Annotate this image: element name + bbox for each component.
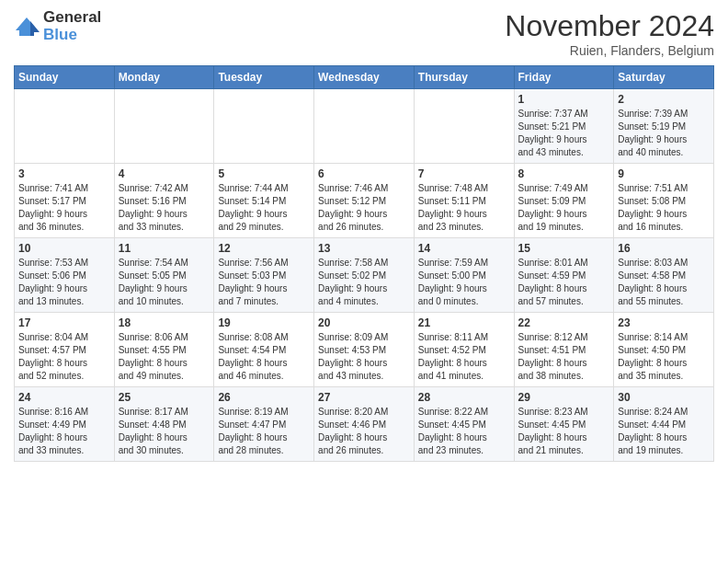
- day-info: Sunrise: 7:37 AM Sunset: 5:21 PM Dayligh…: [518, 108, 610, 159]
- day-number: 9: [618, 167, 710, 180]
- day-info: Sunrise: 7:46 AM Sunset: 5:12 PM Dayligh…: [318, 182, 410, 234]
- day-number: 30: [618, 391, 710, 404]
- day-info: Sunrise: 7:44 AM Sunset: 5:14 PM Dayligh…: [218, 182, 310, 234]
- day-info: Sunrise: 7:54 AM Sunset: 5:05 PM Dayligh…: [119, 257, 210, 308]
- day-number: 26: [218, 391, 310, 404]
- day-info: Sunrise: 7:51 AM Sunset: 5:08 PM Dayligh…: [618, 182, 710, 234]
- day-info: Sunrise: 8:04 AM Sunset: 4:57 PM Dayligh…: [18, 331, 110, 383]
- day-number: 24: [18, 391, 110, 404]
- day-info: Sunrise: 7:42 AM Sunset: 5:16 PM Dayligh…: [119, 182, 210, 234]
- day-number: 13: [318, 242, 410, 255]
- calendar-cell: 29Sunrise: 8:23 AM Sunset: 4:45 PM Dayli…: [514, 387, 614, 462]
- day-info: Sunrise: 8:19 AM Sunset: 4:47 PM Dayligh…: [218, 406, 310, 457]
- calendar-cell: 16Sunrise: 8:03 AM Sunset: 4:58 PM Dayli…: [614, 238, 714, 313]
- day-number: 28: [418, 391, 510, 404]
- calendar-cell: 7Sunrise: 7:48 AM Sunset: 5:11 PM Daylig…: [414, 164, 514, 238]
- day-number: 10: [18, 242, 110, 255]
- calendar-cell: 18Sunrise: 8:06 AM Sunset: 4:55 PM Dayli…: [114, 313, 214, 387]
- calendar-cell: [15, 89, 115, 164]
- calendar-cell: 28Sunrise: 8:22 AM Sunset: 4:45 PM Dayli…: [414, 387, 514, 462]
- calendar-cell: [114, 89, 214, 164]
- day-info: Sunrise: 8:03 AM Sunset: 4:58 PM Dayligh…: [618, 257, 710, 308]
- calendar-cell: 17Sunrise: 8:04 AM Sunset: 4:57 PM Dayli…: [15, 313, 115, 387]
- calendar-cell: 19Sunrise: 8:08 AM Sunset: 4:54 PM Dayli…: [214, 313, 314, 387]
- day-info: Sunrise: 8:11 AM Sunset: 4:52 PM Dayligh…: [418, 331, 510, 383]
- day-info: Sunrise: 7:48 AM Sunset: 5:11 PM Dayligh…: [418, 182, 510, 234]
- calendar-cell: 22Sunrise: 8:12 AM Sunset: 4:51 PM Dayli…: [514, 313, 614, 387]
- day-number: 5: [218, 167, 310, 180]
- day-info: Sunrise: 8:01 AM Sunset: 4:59 PM Dayligh…: [518, 257, 610, 308]
- calendar-cell: 3Sunrise: 7:41 AM Sunset: 5:17 PM Daylig…: [15, 164, 115, 238]
- calendar-cell: 1Sunrise: 7:37 AM Sunset: 5:21 PM Daylig…: [514, 89, 614, 164]
- calendar-body: 1Sunrise: 7:37 AM Sunset: 5:21 PM Daylig…: [15, 89, 714, 462]
- day-number: 22: [518, 316, 610, 329]
- day-number: 17: [18, 316, 110, 329]
- day-number: 23: [618, 316, 710, 329]
- day-number: 11: [119, 242, 210, 255]
- day-info: Sunrise: 7:59 AM Sunset: 5:00 PM Dayligh…: [418, 257, 510, 308]
- calendar-cell: 15Sunrise: 8:01 AM Sunset: 4:59 PM Dayli…: [514, 238, 614, 313]
- calendar-cell: 12Sunrise: 7:56 AM Sunset: 5:03 PM Dayli…: [214, 238, 314, 313]
- day-info: Sunrise: 8:17 AM Sunset: 4:48 PM Dayligh…: [119, 406, 210, 457]
- calendar-week-4: 24Sunrise: 8:16 AM Sunset: 4:49 PM Dayli…: [15, 387, 714, 462]
- calendar-cell: 14Sunrise: 7:59 AM Sunset: 5:00 PM Dayli…: [414, 238, 514, 313]
- day-number: 15: [518, 242, 610, 255]
- day-info: Sunrise: 8:23 AM Sunset: 4:45 PM Dayligh…: [518, 406, 610, 457]
- day-number: 21: [418, 316, 510, 329]
- day-info: Sunrise: 7:39 AM Sunset: 5:19 PM Dayligh…: [618, 108, 710, 159]
- day-number: 2: [618, 93, 710, 106]
- day-number: 7: [418, 167, 510, 180]
- header-sunday: Sunday: [15, 66, 115, 89]
- day-number: 8: [518, 167, 610, 180]
- day-info: Sunrise: 7:41 AM Sunset: 5:17 PM Dayligh…: [18, 182, 110, 234]
- day-info: Sunrise: 7:53 AM Sunset: 5:06 PM Dayligh…: [18, 257, 110, 308]
- day-info: Sunrise: 8:12 AM Sunset: 4:51 PM Dayligh…: [518, 331, 610, 383]
- calendar-cell: 8Sunrise: 7:49 AM Sunset: 5:09 PM Daylig…: [514, 164, 614, 238]
- day-info: Sunrise: 7:56 AM Sunset: 5:03 PM Dayligh…: [218, 257, 310, 308]
- day-info: Sunrise: 8:06 AM Sunset: 4:55 PM Dayligh…: [119, 331, 210, 383]
- header-friday: Friday: [514, 66, 614, 89]
- day-info: Sunrise: 8:16 AM Sunset: 4:49 PM Dayligh…: [18, 406, 110, 457]
- day-info: Sunrise: 8:20 AM Sunset: 4:46 PM Dayligh…: [318, 406, 410, 457]
- page-container: General Blue November 2024 Ruien, Flande…: [0, 0, 728, 466]
- calendar-cell: [414, 89, 514, 164]
- day-number: 19: [218, 316, 310, 329]
- day-number: 1: [518, 93, 610, 106]
- calendar-cell: 27Sunrise: 8:20 AM Sunset: 4:46 PM Dayli…: [314, 387, 415, 462]
- calendar-week-3: 17Sunrise: 8:04 AM Sunset: 4:57 PM Dayli…: [15, 313, 714, 387]
- header-wednesday: Wednesday: [314, 66, 415, 89]
- day-info: Sunrise: 8:08 AM Sunset: 4:54 PM Dayligh…: [218, 331, 310, 383]
- logo-icon: [14, 14, 40, 40]
- calendar-week-0: 1Sunrise: 7:37 AM Sunset: 5:21 PM Daylig…: [15, 89, 714, 164]
- location: Ruien, Flanders, Belgium: [505, 43, 714, 58]
- calendar-cell: 24Sunrise: 8:16 AM Sunset: 4:49 PM Dayli…: [15, 387, 115, 462]
- calendar-cell: 6Sunrise: 7:46 AM Sunset: 5:12 PM Daylig…: [314, 164, 415, 238]
- day-number: 27: [318, 391, 410, 404]
- day-number: 18: [119, 316, 210, 329]
- day-info: Sunrise: 7:58 AM Sunset: 5:02 PM Dayligh…: [318, 257, 410, 308]
- day-number: 14: [418, 242, 510, 255]
- day-number: 29: [518, 391, 610, 404]
- calendar-cell: 9Sunrise: 7:51 AM Sunset: 5:08 PM Daylig…: [614, 164, 714, 238]
- day-number: 3: [18, 167, 110, 180]
- calendar-cell: 21Sunrise: 8:11 AM Sunset: 4:52 PM Dayli…: [414, 313, 514, 387]
- title-area: November 2024 Ruien, Flanders, Belgium: [505, 9, 714, 58]
- calendar-cell: 26Sunrise: 8:19 AM Sunset: 4:47 PM Dayli…: [214, 387, 314, 462]
- calendar-week-1: 3Sunrise: 7:41 AM Sunset: 5:17 PM Daylig…: [15, 164, 714, 238]
- day-info: Sunrise: 8:14 AM Sunset: 4:50 PM Dayligh…: [618, 331, 710, 383]
- calendar-cell: 11Sunrise: 7:54 AM Sunset: 5:05 PM Dayli…: [114, 238, 214, 313]
- calendar-cell: 30Sunrise: 8:24 AM Sunset: 4:44 PM Dayli…: [614, 387, 714, 462]
- header-row: General Blue November 2024 Ruien, Flande…: [14, 9, 714, 58]
- calendar-cell: [314, 89, 415, 164]
- day-number: 25: [119, 391, 210, 404]
- logo: General Blue: [14, 9, 101, 43]
- calendar-header: Sunday Monday Tuesday Wednesday Thursday…: [15, 66, 714, 89]
- day-number: 12: [218, 242, 310, 255]
- calendar-cell: 5Sunrise: 7:44 AM Sunset: 5:14 PM Daylig…: [214, 164, 314, 238]
- day-number: 20: [318, 316, 410, 329]
- logo-blue: Blue: [43, 27, 101, 44]
- day-number: 6: [318, 167, 410, 180]
- day-number: 4: [119, 167, 210, 180]
- day-info: Sunrise: 8:09 AM Sunset: 4:53 PM Dayligh…: [318, 331, 410, 383]
- logo-text: General Blue: [43, 9, 101, 43]
